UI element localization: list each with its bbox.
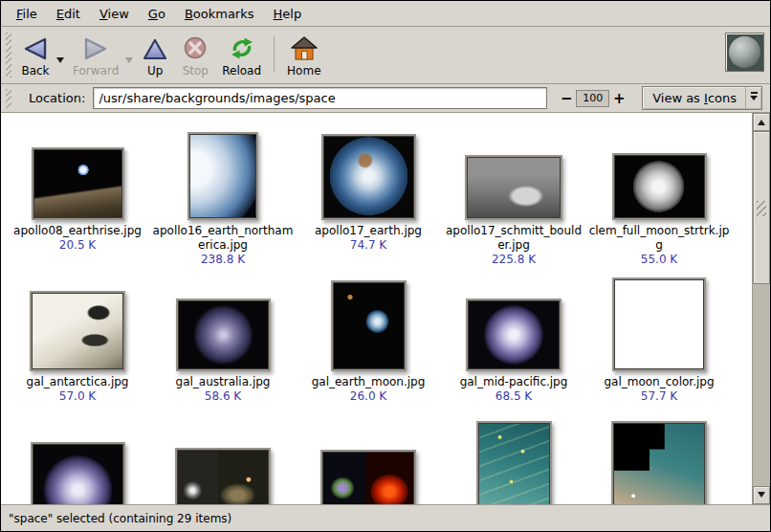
file-size: 26.0 K — [350, 389, 386, 404]
back-icon — [21, 33, 50, 64]
location-bar-grip[interactable] — [6, 89, 11, 108]
file-item-gal_australia.jpg[interactable]: gal_australia.jpg58.6 K — [150, 276, 296, 421]
file-name: gal_mid-pacific.jpg — [443, 375, 584, 389]
thumbnail-image — [476, 421, 552, 504]
thumbnail-image — [32, 147, 124, 220]
thumbnail-image — [611, 421, 707, 504]
icon-view[interactable]: apollo08_earthrise.jpg20.5 Kapollo16_ear… — [1, 113, 752, 504]
status-bar: "space" selected (containing 29 items) — [1, 504, 770, 531]
location-input[interactable] — [93, 87, 547, 109]
file-row-3 — [5, 421, 752, 504]
file-item-apollo17_schmitt_boulder.jpg[interactable]: apollo17_schmitt_boulder.jpg225.8 K — [441, 121, 586, 276]
zoom-out-button[interactable]: − — [559, 90, 574, 107]
file-item-partial[interactable] — [5, 421, 150, 504]
file-item-partial[interactable] — [586, 421, 732, 504]
file-row-1: apollo08_earthrise.jpg20.5 Kapollo16_ear… — [5, 121, 752, 276]
menu-bar: File Edit View Go Bookmarks Help — [1, 1, 770, 27]
thumbnail-image — [321, 134, 416, 220]
menu-edit[interactable]: Edit — [49, 3, 88, 25]
back-history-dropdown-icon[interactable] — [56, 57, 64, 67]
file-size: 74.7 K — [350, 238, 386, 253]
view-mode-label: View as Icons — [652, 91, 737, 105]
up-arrow-icon — [758, 116, 765, 125]
menu-go[interactable]: Go — [141, 3, 173, 25]
file-name: gal_earth_moon.jpg — [297, 375, 439, 389]
throbber — [725, 33, 764, 72]
content-area: apollo08_earthrise.jpg20.5 Kapollo16_ear… — [1, 113, 770, 504]
file-item-gal_moon_color.jpg[interactable]: gal_moon_color.jpg57.7 K — [586, 276, 732, 421]
menu-file[interactable]: File — [9, 3, 45, 25]
file-item-partial[interactable] — [296, 421, 441, 504]
reload-button[interactable]: Reload — [215, 29, 268, 81]
scrollbar-track[interactable] — [753, 131, 770, 486]
scrollbar-down-button[interactable] — [753, 486, 770, 504]
file-item-gal_mid-pacific.jpg[interactable]: gal_mid-pacific.jpg68.5 K — [441, 276, 586, 421]
file-item-gal_antarctica.jpg[interactable]: gal_antarctica.jpg57.0 K — [5, 276, 150, 421]
file-item-apollo16_earth_northamerica.jpg[interactable]: apollo16_earth_northamerica.jpg238.8 K — [150, 121, 296, 276]
file-item-clem_full_moon_strtrk.jpg[interactable]: clem_full_moon_strtrk.jpg55.0 K — [586, 121, 732, 276]
up-button[interactable]: Up — [135, 29, 175, 81]
thumbnail-image — [612, 153, 707, 220]
toolbar-separator — [274, 36, 275, 72]
zoom-level-indicator: 100 — [576, 90, 609, 107]
reload-label: Reload — [222, 64, 261, 78]
file-name: clem_full_moon_strtrk.jpg — [588, 224, 730, 253]
location-label: Location: — [29, 91, 85, 105]
file-name: gal_moon_color.jpg — [588, 375, 730, 389]
file-size: 68.5 K — [496, 389, 532, 404]
stop-label: Stop — [183, 64, 209, 78]
file-row-2: gal_antarctica.jpg57.0 Kgal_australia.jp… — [5, 276, 752, 421]
menu-view[interactable]: View — [92, 3, 137, 25]
file-name: gal_antarctica.jpg — [7, 375, 148, 389]
home-button[interactable]: Home — [280, 29, 327, 81]
throbber-globe-icon — [729, 36, 760, 68]
file-size: 57.7 K — [641, 389, 677, 404]
thumbnail-image — [175, 448, 271, 504]
file-item-partial[interactable] — [150, 421, 296, 504]
file-size: 57.0 K — [59, 389, 96, 404]
scrollbar-thumb[interactable] — [753, 131, 770, 284]
forward-label: Forward — [73, 64, 119, 78]
scrollbar-up-button[interactable] — [753, 113, 770, 131]
menu-help[interactable]: Help — [266, 3, 310, 25]
back-label: Back — [21, 64, 49, 78]
zoom-in-button[interactable]: + — [611, 90, 627, 107]
thumbnail-image — [176, 299, 271, 371]
view-mode-dropdown[interactable]: View as Icons — [642, 86, 762, 110]
file-size: 55.0 K — [641, 253, 677, 267]
stop-icon — [182, 33, 209, 64]
file-item-partial[interactable] — [441, 421, 586, 504]
file-size: 225.8 K — [492, 253, 536, 267]
toolbar-grip[interactable] — [6, 33, 11, 78]
forward-history-dropdown-icon[interactable] — [125, 57, 133, 67]
file-item-apollo08_earthrise.jpg[interactable]: apollo08_earthrise.jpg20.5 K — [5, 121, 150, 276]
file-size: 238.8 K — [201, 253, 245, 267]
file-item-apollo17_earth.jpg[interactable]: apollo17_earth.jpg74.7 K — [296, 121, 441, 276]
file-item-gal_earth_moon.jpg[interactable]: gal_earth_moon.jpg26.0 K — [296, 276, 441, 421]
view-mode-dropdown-arrow-icon[interactable] — [745, 87, 761, 109]
file-size: 20.5 K — [59, 238, 96, 253]
back-button[interactable]: Back — [14, 29, 56, 81]
thumbnail-image — [187, 132, 258, 220]
stop-button[interactable]: Stop — [175, 29, 215, 81]
thumbnail-image — [320, 450, 416, 504]
file-manager-window: File Edit View Go Bookmarks Help Back — [0, 0, 771, 532]
file-name: apollo17_schmitt_boulder.jpg — [443, 224, 584, 253]
thumbnail-image — [331, 280, 407, 371]
toolbar: Back Forward Up — [1, 27, 770, 84]
file-name: gal_australia.jpg — [152, 375, 294, 389]
menu-bookmarks[interactable]: Bookmarks — [177, 3, 262, 25]
home-icon — [290, 33, 319, 64]
thumbnail-image — [30, 291, 125, 371]
thumbnail-image — [465, 155, 562, 220]
down-arrow-icon — [758, 492, 765, 501]
thumbnail-image — [31, 442, 125, 504]
forward-button[interactable]: Forward — [66, 29, 125, 81]
up-label: Up — [147, 64, 163, 78]
file-name: apollo08_earthrise.jpg — [7, 224, 148, 238]
thumbnail-image — [612, 277, 706, 371]
reload-icon — [228, 33, 256, 64]
thumbnail-image — [466, 299, 562, 371]
home-label: Home — [287, 64, 320, 78]
up-icon — [142, 33, 168, 64]
